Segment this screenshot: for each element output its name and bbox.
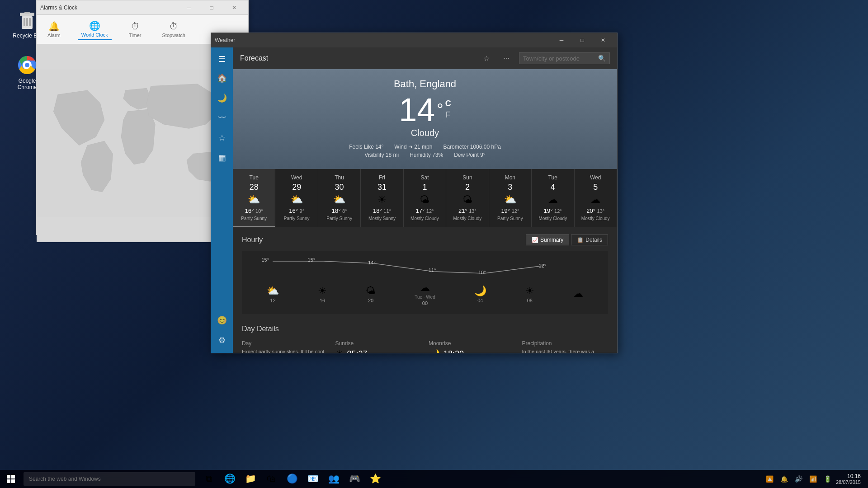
mail-btn[interactable]: 📧 [303, 470, 323, 488]
sidebar-favorites[interactable]: ☆ [213, 129, 231, 147]
forecast-date: 2 [465, 183, 470, 192]
temp-degree: ° [437, 94, 443, 119]
forecast-date: 1 [422, 183, 427, 192]
people-btn[interactable]: 👥 [324, 470, 344, 488]
day-label: Day [242, 340, 328, 347]
alarms-maximize-btn[interactable]: □ [201, 1, 222, 14]
forecast-day-5[interactable]: Wed 5 ☁ 20° 13° Mostly Cloudy [575, 169, 617, 227]
nav-stopwatch[interactable]: ⏱ Stopwatch [159, 19, 189, 40]
hourly-item-08: ☀ 08 [525, 285, 534, 303]
forecast-day-1[interactable]: Sat 1 🌤 17° 12° Mostly Cloudy [404, 169, 446, 227]
unit-celsius[interactable]: C [445, 98, 451, 109]
forecast-day-28[interactable]: Tue 28 ⛅ 16° 10° Partly Sunny [233, 169, 275, 227]
tray-network[interactable]: 📶 [807, 470, 820, 488]
svg-rect-5 [24, 12, 30, 14]
start-button[interactable] [0, 470, 22, 488]
forecast-day-30[interactable]: Thu 30 ⛅ 18° 8° Partly Sunny [318, 169, 361, 227]
search-icon[interactable]: 🔍 [598, 55, 606, 62]
task-view-btn[interactable]: ⧉ [199, 470, 219, 488]
icon-20: 🌤 [366, 285, 376, 297]
weather-controls: ─ □ ✕ [551, 34, 613, 47]
unit-fahrenheit[interactable]: F [445, 109, 451, 121]
sidebar-settings[interactable]: ⚙ [213, 331, 231, 349]
weather-title: Weather [215, 37, 235, 43]
weather-taskbar-btn[interactable]: ⭐ [365, 470, 385, 488]
tray-notifications[interactable]: 🔔 [778, 470, 791, 488]
forecast-day-4[interactable]: Tue 4 ☁ 19° 12° Mostly Cloudy [532, 169, 574, 227]
summary-icon: 📈 [532, 237, 538, 243]
weather-sidebar: ☰ 🏠 🌙 〰 ☆ ▦ 😊 ⚙ [211, 47, 233, 353]
hourly-section: Hourly 📈 Summary 📋 Details [233, 227, 617, 318]
desktop: Recycle Bin Google Chrome Alarms & Clock… [0, 0, 868, 488]
temp-00: 11° [429, 267, 436, 273]
recycle-bin-image [16, 9, 38, 31]
alarm-icon: 🔔 [48, 21, 60, 32]
edge-btn[interactable]: 🌐 [220, 470, 240, 488]
sidebar-avatar[interactable]: 😊 [213, 311, 231, 329]
summary-tab[interactable]: 📈 Summary [526, 235, 569, 245]
moonrise-value: 18:20 [443, 349, 464, 353]
forecast-icon: ☀ [377, 194, 387, 206]
tray-expand[interactable]: 🔼 [764, 470, 776, 488]
sidebar-home[interactable]: 🏠 [213, 69, 231, 87]
forecast-date: 4 [551, 183, 555, 192]
forecast-icon: ⛅ [291, 194, 303, 206]
svg-rect-12 [11, 475, 15, 479]
forecast-desc: Partly Sunny [497, 216, 523, 221]
sidebar-bottom: 😊 ⚙ [213, 311, 231, 353]
hourly-item-04: 🌙 04 [474, 285, 486, 303]
forecast-desc: Mostly Cloudy [538, 216, 567, 221]
tray-volume[interactable]: 🔊 [793, 470, 805, 488]
time-16: 16 [320, 298, 325, 303]
weather-maximize-btn[interactable]: □ [572, 34, 593, 47]
sidebar-news[interactable]: 🌙 [213, 89, 231, 107]
alarms-title: Alarms & Clock [40, 5, 77, 11]
forecast-temps: 16° 10° [245, 207, 263, 214]
weather-body: ☰ 🏠 🌙 〰 ☆ ▦ 😊 ⚙ Forecast ☆ ·· [211, 47, 617, 353]
weather-close-btn[interactable]: ✕ [593, 34, 613, 47]
favorite-btn[interactable]: ☆ [479, 51, 494, 66]
current-weather: Bath, England 14 ° C F Cloudy Feels Like… [233, 69, 617, 169]
more-btn[interactable]: ··· [499, 51, 514, 66]
alarms-close-btn[interactable]: ✕ [224, 1, 245, 14]
chrome-taskbar-btn[interactable]: 🔵 [282, 470, 302, 488]
forecast-dow: Thu [335, 174, 344, 181]
alarms-titlebar: Alarms & Clock ─ □ ✕ [37, 0, 248, 15]
nav-alarm[interactable]: 🔔 Alarm [44, 19, 64, 40]
forecast-day-3[interactable]: Mon 3 ⛅ 19° 12° Partly Sunny [489, 169, 532, 227]
weather-minimize-btn[interactable]: ─ [551, 34, 572, 47]
file-explorer-btn[interactable]: 📁 [241, 470, 260, 488]
clock-date: 28/07/2015 [836, 479, 861, 485]
system-clock[interactable]: 10:16 28/07/2015 [836, 473, 864, 485]
xbox-btn[interactable]: 🎮 [344, 470, 364, 488]
store-btn[interactable]: 🛍 [261, 470, 281, 488]
hourly-item-end: ☁ [573, 288, 583, 300]
icon-16: ☀ [318, 285, 327, 297]
taskbar-search[interactable] [24, 472, 195, 486]
moonrise-icon: 🌙 [429, 348, 440, 353]
sunrise-row: ☀ 05:27 [335, 348, 422, 353]
precip-text: In the past 30 years, there was a thunde… [522, 348, 609, 353]
weather-details-row2: Visibility 18 mi Humidity 73% Dew Point … [246, 152, 604, 158]
sidebar-maps[interactable]: 〰 [213, 109, 231, 127]
nav-world-clock[interactable]: 🌐 World Clock [78, 19, 112, 40]
clock-time: 10:16 [836, 473, 861, 479]
sidebar-menu-btn[interactable]: ☰ [213, 51, 231, 67]
forecast-desc: Mostly Cloudy [410, 216, 439, 221]
details-tab[interactable]: 📋 Details [571, 235, 608, 245]
forecast-icon: 🌤 [462, 194, 472, 206]
forecast-day-31[interactable]: Fri 31 ☀ 18° 11° Mostly Sunny [361, 169, 403, 227]
search-input[interactable] [523, 55, 595, 62]
temp-12: 15° [261, 257, 269, 263]
forecast-date: 3 [508, 183, 512, 192]
tray-battery[interactable]: 🔋 [821, 470, 834, 488]
forecast-day-29[interactable]: Wed 29 ⛅ 16° 9° Partly Sunny [275, 169, 318, 227]
forecast-date: 5 [593, 183, 598, 192]
weather-window: Weather ─ □ ✕ ☰ 🏠 🌙 〰 ☆ ▦ 😊 ⚙ [211, 33, 618, 353]
forecast-day-2[interactable]: Sun 2 🌤 21° 13° Mostly Cloudy [446, 169, 489, 227]
nav-timer[interactable]: ⏱ Timer [125, 19, 145, 40]
alarms-minimize-btn[interactable]: ─ [179, 1, 199, 14]
sidebar-historical[interactable]: ▦ [213, 149, 231, 167]
forecast-date: 28 [250, 183, 259, 192]
weather-titlebar: Weather ─ □ ✕ [211, 33, 617, 47]
